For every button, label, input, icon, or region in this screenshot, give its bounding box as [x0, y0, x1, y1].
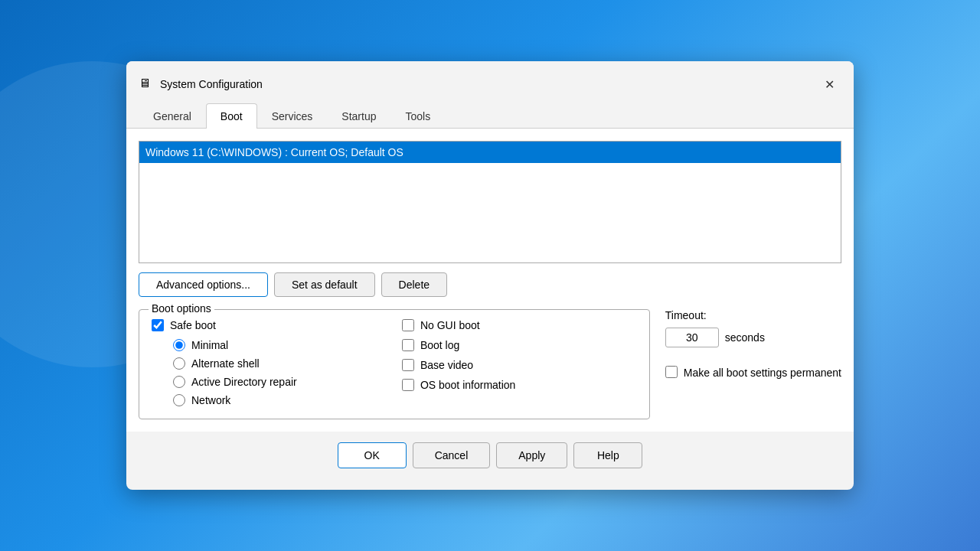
tab-boot[interactable]: Boot — [206, 103, 257, 129]
timeout-section: Timeout: seconds Make all boot settings … — [650, 309, 841, 381]
cancel-button[interactable]: Cancel — [413, 442, 491, 468]
safe-boot-checkbox[interactable] — [152, 319, 164, 331]
pc-icon: 🖥 — [139, 77, 154, 92]
minimal-radio[interactable] — [173, 339, 185, 351]
make-permanent-row: Make all boot settings permanent — [665, 366, 841, 381]
boot-options-box: Boot options Safe boot Minimal — [139, 309, 650, 419]
safe-boot-label: Safe boot — [170, 319, 216, 331]
safe-boot-suboptions: Minimal Alternate shell Active Directory… — [152, 339, 387, 406]
timeout-row: seconds — [665, 328, 841, 347]
no-gui-row: No GUI boot — [402, 319, 637, 331]
boot-list-item[interactable]: Windows 11 (C:\WINDOWS) : Current OS; De… — [139, 142, 841, 163]
delete-button[interactable]: Delete — [381, 272, 447, 297]
advanced-options-button[interactable]: Advanced options... — [139, 272, 268, 297]
close-button[interactable]: ✕ — [817, 72, 841, 96]
alternate-shell-label: Alternate shell — [191, 357, 260, 370]
system-configuration-dialog: 🖥 System Configuration ✕ General Boot Se… — [126, 61, 854, 490]
active-directory-radio[interactable] — [173, 376, 185, 388]
boot-options-right: No GUI boot Boot log Base video OS — [387, 319, 637, 406]
minimal-row: Minimal — [173, 339, 387, 351]
boot-options-legend: Boot options — [149, 302, 214, 315]
timeout-unit: seconds — [725, 331, 765, 344]
safe-boot-row: Safe boot — [152, 319, 387, 331]
set-default-button[interactable]: Set as default — [274, 272, 375, 297]
make-permanent-label: Make all boot settings permanent — [684, 366, 841, 381]
minimal-label: Minimal — [191, 339, 228, 351]
os-boot-info-checkbox[interactable] — [402, 379, 414, 391]
active-directory-row: Active Directory repair — [173, 376, 387, 388]
tab-services[interactable]: Services — [257, 103, 328, 129]
network-label: Network — [191, 394, 230, 406]
dialog-title: System Configuration — [160, 78, 263, 90]
boot-log-label: Boot log — [420, 339, 459, 351]
no-gui-checkbox[interactable] — [402, 319, 414, 331]
tab-tools[interactable]: Tools — [390, 103, 445, 129]
title-left: 🖥 System Configuration — [139, 77, 263, 92]
make-permanent-checkbox[interactable] — [665, 366, 678, 378]
alternate-shell-radio[interactable] — [173, 357, 185, 370]
base-video-label: Base video — [420, 359, 473, 371]
boot-tab-content: Windows 11 (C:\WINDOWS) : Current OS; De… — [126, 129, 854, 432]
os-boot-info-label: OS boot information — [420, 379, 516, 391]
boot-options-left: Safe boot Minimal Alternate shell — [152, 319, 387, 406]
alternate-shell-row: Alternate shell — [173, 357, 387, 370]
network-radio[interactable] — [173, 394, 185, 406]
os-boot-info-row: OS boot information — [402, 379, 637, 391]
tab-startup[interactable]: Startup — [327, 103, 390, 129]
timeout-label: Timeout: — [665, 309, 841, 321]
dialog-footer: OK Cancel Apply Help — [126, 432, 854, 479]
title-bar: 🖥 System Configuration ✕ — [126, 61, 854, 103]
boot-log-checkbox[interactable] — [402, 339, 414, 351]
timeout-input[interactable] — [665, 328, 719, 347]
action-buttons-row: Advanced options... Set as default Delet… — [139, 272, 841, 297]
apply-button[interactable]: Apply — [496, 442, 567, 468]
boot-list[interactable]: Windows 11 (C:\WINDOWS) : Current OS; De… — [139, 141, 841, 263]
base-video-checkbox[interactable] — [402, 359, 414, 371]
network-row: Network — [173, 394, 387, 406]
help-button[interactable]: Help — [573, 442, 642, 468]
active-directory-label: Active Directory repair — [191, 376, 297, 388]
ok-button[interactable]: OK — [338, 442, 407, 468]
no-gui-label: No GUI boot — [420, 319, 480, 331]
base-video-row: Base video — [402, 359, 637, 371]
tab-general[interactable]: General — [139, 103, 206, 129]
tab-bar: General Boot Services Startup Tools — [126, 103, 854, 129]
boot-log-row: Boot log — [402, 339, 637, 351]
